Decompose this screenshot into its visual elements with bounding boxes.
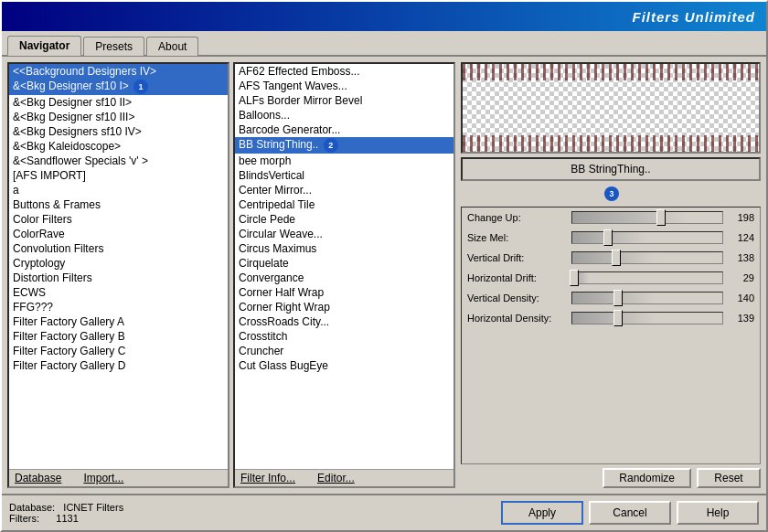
list-item[interactable]: a xyxy=(9,183,228,197)
left-list-bottom: Database Import... xyxy=(9,469,228,486)
list-item[interactable]: &<Bkg Designer sf10 III> xyxy=(9,110,228,124)
slider-fill-2 xyxy=(572,252,654,263)
tab-navigator[interactable]: Navigator xyxy=(7,36,81,56)
right-list-bottom: Filter Info... Editor... xyxy=(235,469,453,486)
filters-label: Filters: xyxy=(9,513,39,524)
list-item[interactable]: Color Filters xyxy=(9,212,228,227)
list-item[interactable]: &<Sandflower Specials 'v' > xyxy=(9,154,228,168)
slider-track-0[interactable] xyxy=(571,211,723,224)
slider-thumb-3[interactable] xyxy=(570,270,579,286)
slider-track-2[interactable] xyxy=(571,251,723,264)
list-item[interactable]: Buttons & Frames xyxy=(9,197,228,212)
category-list: <<Background Designers IV> &<Bkg Designe… xyxy=(7,62,229,488)
list-item[interactable]: &<Bkg Designer sf10 II> xyxy=(9,95,228,110)
slider-track-3[interactable] xyxy=(571,271,723,284)
slider-label-2: Vertical Drift: xyxy=(467,252,568,263)
sliders-container: Change Up:198Size Mel:124Vertical Drift:… xyxy=(467,211,754,325)
list-item[interactable]: Circle Pede xyxy=(235,212,453,227)
list-item[interactable]: Distortion Filters xyxy=(9,271,228,285)
list-item[interactable]: Cirquelate xyxy=(235,256,453,271)
list-item[interactable]: Cut Glass BugEye xyxy=(235,358,453,373)
help-button[interactable]: Help xyxy=(677,501,759,525)
filter-name-label: BB StringThing.. xyxy=(571,163,650,176)
slider-thumb-2[interactable] xyxy=(612,250,621,266)
list-item[interactable]: Filter Factory Gallery C xyxy=(9,344,228,358)
database-label: Database: xyxy=(9,502,55,513)
slider-label-1: Size Mel: xyxy=(467,232,568,243)
randomize-button[interactable]: Randomize xyxy=(603,468,691,488)
list-item[interactable]: AF62 Effected Emboss... xyxy=(235,64,453,79)
filter-name-box: BB StringThing.. xyxy=(461,157,761,181)
list-item[interactable]: BB StringThing.. 2 xyxy=(235,137,453,154)
list-item[interactable]: Corner Right Wrap xyxy=(235,300,453,314)
list-item[interactable]: bee morph xyxy=(235,154,453,168)
database-link[interactable]: Database xyxy=(15,472,61,484)
filter-list: AF62 Effected Emboss... AFS Tangent Wave… xyxy=(233,62,455,488)
list-item[interactable]: Circular Weave... xyxy=(235,227,453,241)
list-item[interactable]: Circus Maximus xyxy=(235,241,453,256)
slider-track-5[interactable] xyxy=(571,312,723,325)
tab-bar: Navigator Presets About xyxy=(2,31,766,57)
list-item[interactable]: Filter Factory Gallery D xyxy=(9,358,228,373)
filter-list-scroll[interactable]: AF62 Effected Emboss... AFS Tangent Wave… xyxy=(235,64,453,469)
list-item[interactable]: Balloons... xyxy=(235,108,453,122)
list-item[interactable]: ECWS xyxy=(9,285,228,300)
slider-value-4: 140 xyxy=(727,293,754,303)
list-item[interactable]: Centripedal Tile xyxy=(235,197,453,212)
apply-button[interactable]: Apply xyxy=(501,501,583,525)
editor-link[interactable]: Editor... xyxy=(317,472,355,484)
action-buttons: Apply Cancel Help xyxy=(501,501,759,525)
cancel-button[interactable]: Cancel xyxy=(589,501,671,525)
tab-presets[interactable]: Presets xyxy=(83,37,144,56)
slider-thumb-4[interactable] xyxy=(613,290,623,306)
slider-thumb-0[interactable] xyxy=(656,209,666,226)
randomize-reset-bar: Randomize Reset xyxy=(461,468,761,488)
list-item[interactable]: &<Bkg Kaleidoscope> xyxy=(9,139,228,154)
list-item[interactable]: Corner Half Wrap xyxy=(235,285,453,300)
list-item[interactable]: ALFs Border Mirror Bevel xyxy=(235,93,453,108)
slider-thumb-1[interactable] xyxy=(603,229,613,246)
list-item[interactable]: Barcode Generator... xyxy=(235,122,453,137)
category-list-scroll[interactable]: <<Background Designers IV> &<Bkg Designe… xyxy=(9,64,228,469)
slider-value-0: 198 xyxy=(727,212,754,223)
slider-label-5: Horizontal Density: xyxy=(467,313,568,324)
slider-track-4[interactable] xyxy=(571,292,723,304)
slider-fill-1 xyxy=(572,232,645,243)
slider-fill-3 xyxy=(572,272,589,283)
list-item[interactable]: Filter Factory Gallery B xyxy=(9,329,228,344)
slider-row-5: Horizontal Density:139 xyxy=(467,312,754,325)
list-item[interactable]: Cryptology xyxy=(9,256,228,271)
list-item[interactable]: Convergance xyxy=(235,271,453,285)
slider-thumb-5[interactable] xyxy=(613,310,623,326)
list-item[interactable]: Filter Factory Gallery A xyxy=(9,314,228,329)
list-item[interactable]: &<Bkg Designer sf10 I> 1 xyxy=(9,79,228,95)
list-item[interactable]: FFG??? xyxy=(9,300,228,314)
slider-row-0: Change Up:198 xyxy=(467,211,754,224)
list-item[interactable]: <<Background Designers IV> xyxy=(9,64,228,79)
list-item[interactable]: Crosstitch xyxy=(235,329,453,344)
tab-about[interactable]: About xyxy=(146,37,198,56)
list-item[interactable]: CrossRoads City... xyxy=(235,314,453,329)
slider-label-0: Change Up: xyxy=(467,212,568,223)
badge-3: 3 xyxy=(604,186,619,201)
status-database: Database: ICNET Filters xyxy=(9,502,494,513)
reset-button[interactable]: Reset xyxy=(697,468,761,488)
filter-info-link[interactable]: Filter Info... xyxy=(240,472,295,484)
list-item[interactable]: BlindsVertical xyxy=(235,168,453,183)
list-item[interactable]: Convolution Filters xyxy=(9,241,228,256)
slider-fill-0 xyxy=(572,212,688,223)
list-item[interactable]: Cruncher xyxy=(235,344,453,358)
badge-2: 2 xyxy=(324,138,338,153)
preview-area xyxy=(461,62,761,154)
list-item[interactable]: AFS Tangent Waves... xyxy=(235,79,453,93)
list-item[interactable]: Center Mirror... xyxy=(235,183,453,197)
list-item[interactable]: [AFS IMPORT] xyxy=(9,168,228,183)
slider-value-2: 138 xyxy=(727,252,754,263)
list-item[interactable]: ColorRave xyxy=(9,227,228,241)
slider-value-5: 139 xyxy=(727,313,754,324)
import-link[interactable]: Import... xyxy=(83,472,123,484)
right-panel: BB StringThing.. 3 Change Up:198Size Mel… xyxy=(461,62,761,488)
slider-row-4: Vertical Density:140 xyxy=(467,292,754,304)
list-item[interactable]: &<Bkg Designers sf10 IV> xyxy=(9,124,228,139)
slider-track-1[interactable] xyxy=(571,231,723,244)
